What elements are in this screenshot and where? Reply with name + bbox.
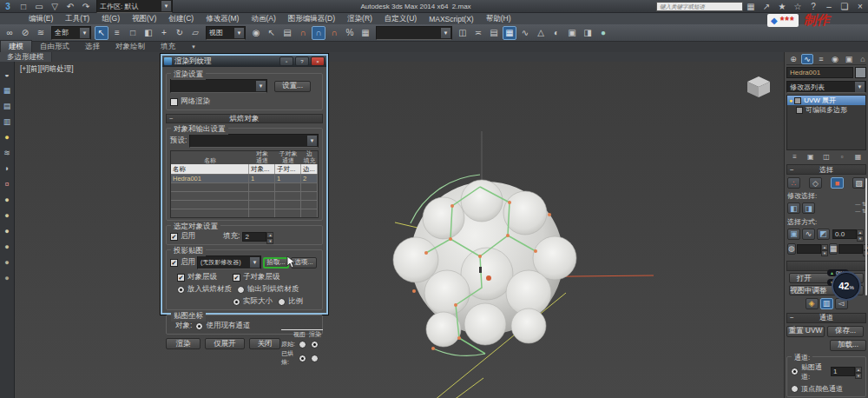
save-button[interactable]: 保存... <box>827 326 864 337</box>
reset-uvw-button[interactable]: 重置 UVW <box>786 326 825 337</box>
left-toolbar-icon[interactable]: ● <box>1 225 13 237</box>
stack-button-icon[interactable]: ◫ <box>821 152 832 162</box>
ignore-backfacing-icon[interactable]: ▣ <box>787 229 800 240</box>
left-toolbar-icon[interactable]: ● <box>1 241 13 253</box>
original-view-radio[interactable] <box>299 341 306 348</box>
quick-planar-map-icon[interactable]: ◈ <box>806 298 819 309</box>
search-input[interactable] <box>656 2 743 11</box>
objects-to-bake-rollout[interactable]: −烘焙对象 <box>166 114 323 123</box>
sign-in-icon[interactable]: ▦ <box>744 0 758 13</box>
left-toolbar-icon[interactable]: ● <box>1 131 13 143</box>
toolbar-icon[interactable]: ∩ <box>312 26 326 40</box>
projection-modifier-dropdown[interactable]: (无投影修改器)▼ <box>197 255 261 269</box>
vertex-color-radio[interactable] <box>791 385 799 393</box>
quick-peel-icon[interactable]: ▥ <box>820 298 833 309</box>
panel-tab-icon[interactable]: ∿ <box>801 54 813 64</box>
modifier-stack[interactable]: ● UVW 展开 可编辑多边形 <box>786 95 866 150</box>
map-channel-radio[interactable] <box>791 368 799 375</box>
workspace-dropdown[interactable]: 工作区: 默认▼ <box>96 0 173 13</box>
toolbar-icon[interactable]: ≍ <box>471 26 485 40</box>
keyhelp-icon[interactable]: ↗ <box>760 0 773 13</box>
toolbar-icon[interactable]: ◧ <box>141 26 155 40</box>
output-to-baked-radio[interactable] <box>237 286 245 294</box>
material-spinner[interactable]: ▲▼ <box>838 244 868 254</box>
tab-modeling[interactable]: 建模 <box>0 40 32 52</box>
menu-item[interactable]: 工具(T) <box>59 13 95 24</box>
dialog-pin-icon[interactable]: ▫ <box>279 56 293 66</box>
panel-tab-icon[interactable]: ▣ <box>843 54 855 64</box>
help-icon[interactable]: ? <box>806 0 820 13</box>
toolbar-icon[interactable]: ↖ <box>95 26 108 40</box>
menu-item[interactable]: 组(G) <box>95 13 126 24</box>
left-toolbar-icon[interactable]: ▤ <box>1 100 13 112</box>
object-name-field[interactable]: Hedra001 <box>786 67 853 78</box>
panel-tab-icon[interactable]: ⊕ <box>787 54 799 64</box>
subobject-level-checkbox[interactable]: ✔ <box>233 274 240 282</box>
smoothing-spinner[interactable]: ▲▼ <box>797 244 828 254</box>
left-toolbar-icon[interactable]: ▦ <box>1 84 13 96</box>
load-button[interactable]: 加载... <box>830 340 866 351</box>
proportional-radio[interactable] <box>278 298 286 306</box>
lightbulb-icon[interactable]: ● <box>789 97 792 103</box>
menu-item[interactable]: MAXScript(X) <box>423 13 479 24</box>
stack-button-icon[interactable]: ▫ <box>837 152 848 162</box>
toolbar-icon[interactable]: ◐ <box>549 26 563 40</box>
viewport-label[interactable]: [+][前][明暗处理] <box>20 64 74 75</box>
object-level-checkbox[interactable]: ✔ <box>177 274 185 282</box>
select-by-smoothing-icon[interactable]: ◍ <box>787 243 796 255</box>
toolbar-icon[interactable]: ∩ <box>296 26 310 40</box>
toolbar-icon[interactable]: ∩ <box>327 26 341 40</box>
polygon-modeling-panel[interactable]: 多边形建模 <box>0 52 52 62</box>
tab-selection[interactable]: 选择 <box>77 41 108 52</box>
panel-tab-icon[interactable]: ≡ <box>815 54 827 64</box>
left-toolbar-icon[interactable]: ≋ <box>1 147 13 159</box>
selection-rollout-header[interactable]: −选择 <box>786 164 866 175</box>
network-render-checkbox[interactable] <box>170 98 178 106</box>
toolbar-icon[interactable]: □ <box>126 26 140 40</box>
app-logo-icon[interactable]: 3 <box>1 0 15 13</box>
bake-objects-table[interactable]: 名称 对象 通道 子对象 通道 边 填充 名称 对象... 子对... 边...… <box>170 150 319 218</box>
undo-icon[interactable]: ↶ <box>63 0 77 13</box>
left-toolbar-icon[interactable]: ◗ <box>1 163 13 175</box>
render-preset-dropdown[interactable]: ▼ <box>170 79 267 93</box>
tab-freeform[interactable]: 自由形式 <box>32 41 77 52</box>
menu-item[interactable]: 渲染(R) <box>341 13 378 24</box>
toolbar-icon[interactable]: + <box>157 26 171 40</box>
toolbar-icon[interactable]: ◫ <box>456 26 470 40</box>
menu-item[interactable]: 创建(C) <box>162 13 200 24</box>
polygon-subobject-icon[interactable]: ■ <box>831 177 844 189</box>
projection-enabled-checkbox[interactable]: ✔ <box>170 259 178 267</box>
left-toolbar-icon[interactable]: ● <box>1 256 13 269</box>
stack-item-editable-poly[interactable]: 可编辑多边形 <box>787 105 865 115</box>
minimize-button[interactable]: – <box>822 0 836 13</box>
stack-button-icon[interactable]: ▣ <box>805 152 816 162</box>
named-selection-dropdown[interactable]: ▼ <box>376 26 452 40</box>
toolbar-icon[interactable]: ● <box>596 26 610 40</box>
angle-spinner[interactable]: 0.0▲▼ <box>832 229 864 239</box>
unwrap-only-button[interactable]: 仅展开 <box>205 338 245 349</box>
menu-item[interactable]: 图形编辑器(D) <box>282 13 341 24</box>
setup-button[interactable]: 设置... <box>274 81 311 92</box>
open-file-icon[interactable]: ▭ <box>32 0 46 13</box>
select-by-material-icon[interactable]: ▦ <box>829 243 838 255</box>
vertex-subobject-icon[interactable]: ∴ <box>787 177 800 189</box>
toolbar-icon[interactable]: ≋ <box>34 26 48 40</box>
enabled-checkbox[interactable]: ✔ <box>170 233 178 241</box>
menu-item[interactable]: 动画(A) <box>245 13 281 24</box>
close-button[interactable]: × <box>853 0 867 13</box>
menu-item[interactable]: 帮助(H) <box>480 13 517 24</box>
toolbar-icon[interactable]: ⊘ <box>18 26 32 40</box>
toolbar-icon[interactable]: ▦ <box>503 26 516 40</box>
map-channel-spinner[interactable]: 1▲▼ <box>831 367 862 376</box>
left-toolbar-icon[interactable]: ● <box>1 209 13 222</box>
toolbar-icon[interactable]: ◉ <box>249 26 263 40</box>
padding-spinner[interactable]: 2 ▲▼ <box>242 232 273 242</box>
close-dialog-button[interactable]: 关闭 <box>249 338 280 349</box>
toolbar-icon[interactable]: % <box>343 26 357 40</box>
baked-view-radio[interactable] <box>299 355 306 362</box>
render-to-texture-dialog[interactable]: 渲染到纹理 ▫ ? × 渲染设置 ▼ 设置... 网络渲染 <box>161 54 328 315</box>
object-color-swatch[interactable] <box>855 67 866 78</box>
toolbar-icon[interactable]: ▣ <box>565 26 579 40</box>
reference-coordinate-dropdown[interactable]: 视图▼ <box>206 26 246 40</box>
menu-item[interactable]: 修改器(M) <box>200 13 245 24</box>
